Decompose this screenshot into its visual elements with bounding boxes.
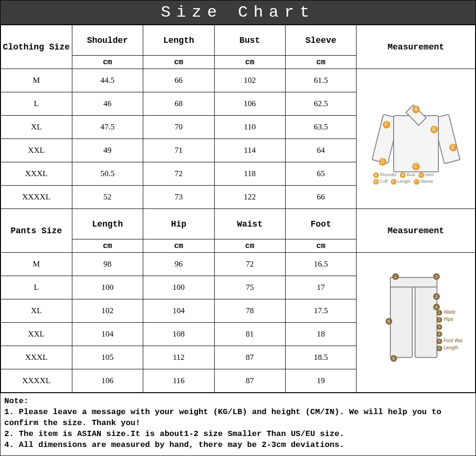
val-cell: 75 xyxy=(214,276,285,299)
val-cell: 116 xyxy=(143,369,214,393)
val-cell: 72 xyxy=(143,162,214,186)
val-cell: 62.5 xyxy=(285,92,356,116)
size-cell: M xyxy=(1,69,72,92)
shirt-legend: AShoulder BBust CHem DCuff ELength FSlee… xyxy=(371,171,461,185)
clothing-col-2: Bust xyxy=(214,25,285,56)
val-cell: 106 xyxy=(72,369,143,393)
shirt-diagram-cell: A B C D E F AShoulder BBust CHem DCuff E… xyxy=(357,69,476,209)
clothing-col-3: Sleeve xyxy=(285,25,356,56)
pants-col-1: Hip xyxy=(143,209,214,239)
pants-diagram-cell: 1 3 2 4 5 6 1Waist 2Hips 3 4 5Foot Wai 6… xyxy=(357,253,476,393)
pants-icon: 1 3 2 4 5 6 1Waist 2Hips 3 4 5Foot Wai 6… xyxy=(368,270,464,375)
val-cell: 106 xyxy=(214,92,285,116)
val-cell: 71 xyxy=(143,139,214,162)
pants-unit-2: cm xyxy=(214,239,285,253)
table-row: M 44.5 66 102 61.5 A B C D E F AS xyxy=(1,69,476,92)
val-cell: 52 xyxy=(72,186,143,209)
size-cell: XXXL xyxy=(1,162,72,186)
val-cell: 118 xyxy=(214,162,285,186)
val-cell: 108 xyxy=(143,323,214,346)
size-cell: XXXXL xyxy=(1,369,72,393)
val-cell: 44.5 xyxy=(72,69,143,92)
clothing-unit-1: cm xyxy=(143,56,214,69)
val-cell: 64 xyxy=(285,139,356,162)
val-cell: 98 xyxy=(72,253,143,276)
pants-measurement-header: Measurement xyxy=(357,209,476,253)
size-cell: M xyxy=(1,253,72,276)
shirt-icon: A B C D E F AShoulder BBust CHem DCuff E… xyxy=(368,91,464,187)
val-cell: 81 xyxy=(214,323,285,346)
size-cell: XXL xyxy=(1,139,72,162)
val-cell: 68 xyxy=(143,92,214,116)
val-cell: 122 xyxy=(214,186,285,209)
clothing-unit-3: cm xyxy=(285,56,356,69)
val-cell: 17 xyxy=(285,276,356,299)
val-cell: 18 xyxy=(285,323,356,346)
size-cell: L xyxy=(1,276,72,299)
val-cell: 18.5 xyxy=(285,346,356,369)
val-cell: 19 xyxy=(285,369,356,393)
clothing-size-header: Clothing Size xyxy=(1,25,72,69)
val-cell: 72 xyxy=(214,253,285,276)
val-cell: 63.5 xyxy=(285,116,356,139)
pants-unit-3: cm xyxy=(285,239,356,253)
val-cell: 87 xyxy=(214,369,285,393)
note-section: Note: 1. Please leave a message with you… xyxy=(0,393,476,456)
val-cell: 105 xyxy=(72,346,143,369)
table-row: M 98 96 72 16.5 1 3 2 4 5 6 1Waist xyxy=(1,253,476,276)
clothing-measurement-header: Measurement xyxy=(357,25,476,69)
val-cell: 70 xyxy=(143,116,214,139)
size-cell: XXL xyxy=(1,323,72,346)
val-cell: 100 xyxy=(72,276,143,299)
note-line: 1. Please leave a message with your weig… xyxy=(4,407,472,429)
val-cell: 17.5 xyxy=(285,299,356,323)
note-line: 2. The item is ASIAN size.It is about1-2… xyxy=(4,429,472,440)
val-cell: 110 xyxy=(214,116,285,139)
val-cell: 66 xyxy=(143,69,214,92)
size-cell: XXXL xyxy=(1,346,72,369)
val-cell: 61.5 xyxy=(285,69,356,92)
clothing-unit-0: cm xyxy=(72,56,143,69)
size-cell: XL xyxy=(1,116,72,139)
val-cell: 65 xyxy=(285,162,356,186)
note-heading: Note: xyxy=(4,396,472,407)
size-chart-container: Size Chart Clothing Size Shoulder Length… xyxy=(0,0,476,456)
val-cell: 78 xyxy=(214,299,285,323)
pants-col-3: Foot xyxy=(285,209,356,239)
val-cell: 73 xyxy=(143,186,214,209)
pants-size-header: Pants Size xyxy=(1,209,72,253)
val-cell: 114 xyxy=(214,139,285,162)
val-cell: 49 xyxy=(72,139,143,162)
size-cell: XL xyxy=(1,299,72,323)
size-table: Clothing Size Shoulder Length Bust Sleev… xyxy=(0,25,476,393)
clothing-col-0: Shoulder xyxy=(72,25,143,56)
val-cell: 96 xyxy=(143,253,214,276)
pants-col-2: Waist xyxy=(214,209,285,239)
val-cell: 102 xyxy=(72,299,143,323)
chart-title: Size Chart xyxy=(0,0,476,25)
val-cell: 46 xyxy=(72,92,143,116)
size-cell: XXXXL xyxy=(1,186,72,209)
val-cell: 66 xyxy=(285,186,356,209)
clothing-col-1: Length xyxy=(143,25,214,56)
val-cell: 16.5 xyxy=(285,253,356,276)
clothing-unit-2: cm xyxy=(214,56,285,69)
val-cell: 100 xyxy=(143,276,214,299)
val-cell: 104 xyxy=(143,299,214,323)
pants-legend: 1Waist 2Hips 3 4 5Foot Wai 6Length xyxy=(436,308,463,351)
val-cell: 47.5 xyxy=(72,116,143,139)
pants-col-0: Length xyxy=(72,209,143,239)
val-cell: 87 xyxy=(214,346,285,369)
size-cell: L xyxy=(1,92,72,116)
note-line: 4. All dimensions are measured by hand, … xyxy=(4,440,472,451)
val-cell: 102 xyxy=(214,69,285,92)
pants-unit-0: cm xyxy=(72,239,143,253)
val-cell: 50.5 xyxy=(72,162,143,186)
val-cell: 112 xyxy=(143,346,214,369)
val-cell: 104 xyxy=(72,323,143,346)
pants-unit-1: cm xyxy=(143,239,214,253)
